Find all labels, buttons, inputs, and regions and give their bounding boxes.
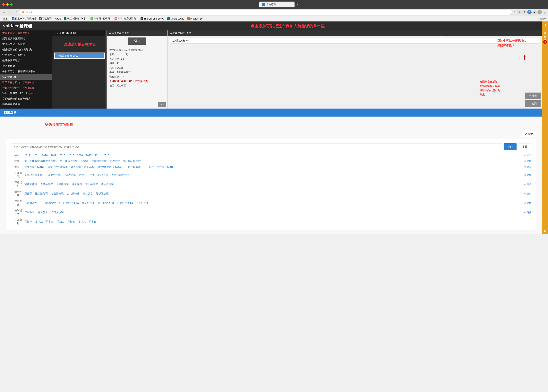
new-tab-btn[interactable]: + — [295, 1, 300, 7]
day-1[interactable]: 星期一 — [24, 220, 32, 224]
day-3[interactable]: 星期三 — [46, 220, 54, 224]
year-2018[interactable]: 2018 — [60, 154, 65, 157]
sidebar-item-selected[interactable]: 已选 — [542, 35, 548, 39]
mode-2[interactable]: 普通教学 — [38, 211, 48, 214]
add-button[interactable]: 添加 — [128, 37, 146, 45]
type-2[interactable]: 大类必修课 — [40, 182, 53, 186]
mid-scrollbar[interactable] — [106, 30, 107, 109]
type-6[interactable]: 通识任选课 — [101, 182, 114, 186]
cat-7[interactable]: 人文科学类 — [136, 201, 149, 205]
browser-ext-3[interactable]: P — [527, 10, 532, 14]
day-7[interactable]: 星期日 — [89, 220, 97, 224]
day-6[interactable]: 星期六 — [78, 220, 86, 224]
course-item-6[interactable]: 生活中的毒理学 — [0, 58, 52, 63]
course-item-10[interactable]: 医学影像学概论（学银在线） — [0, 80, 52, 85]
reader-mode[interactable]: 阅读清单 — [537, 17, 546, 20]
bookmark-baidu[interactable]: 百 百度一下，你就知道 — [12, 17, 36, 20]
course-item-14[interactable]: 婚姻与家庭法学 — [0, 102, 52, 107]
year-2021[interactable]: 2021 — [33, 154, 39, 157]
school-4[interactable]: 团委 — [90, 173, 95, 177]
course-item-3[interactable]: 中医药文化（智慧树） — [0, 41, 52, 47]
year-more-btn[interactable]: ⊕ 更多 — [524, 154, 531, 157]
sidebar-item-info[interactable]: 信息 — [542, 32, 548, 35]
course-item-2[interactable]: 肥胖病的中医药调治 — [0, 36, 52, 41]
traffic-close[interactable] — [2, 3, 5, 6]
nature-1[interactable]: 必修课 — [24, 192, 32, 196]
day-4[interactable]: 星期四 — [57, 220, 64, 224]
school-2[interactable]: 公共卫生学院 — [45, 173, 61, 177]
queue-item-1[interactable]: 认识骨质疏松-0001 — [170, 38, 540, 43]
major-5[interactable]: 中医学(0312) — [126, 165, 141, 169]
cat-6[interactable]: 社会科学类TX — [117, 201, 133, 205]
type-3[interactable]: 大类限选课 — [56, 182, 69, 186]
school-6[interactable]: 人文与管理学院 — [111, 173, 129, 177]
browser-tab[interactable]: 自主选课 × — [259, 1, 295, 7]
query-btn[interactable]: 查询 — [504, 143, 517, 150]
course-item-5[interactable]: 经络养生与芳香疗法 — [0, 52, 52, 58]
cat-1[interactable]: 艺术鉴赏类TR — [24, 201, 40, 205]
browser-ext-1[interactable]: ⚙ — [517, 10, 521, 14]
browser-ext-4[interactable]: ★ — [532, 10, 537, 14]
reset-btn[interactable]: 重置 — [518, 143, 531, 150]
mode-1[interactable]: 双语教学 — [24, 211, 35, 214]
url-field[interactable]: 🔒 不安全 — [19, 10, 512, 15]
nature-6[interactable]: 通识限选课 — [96, 192, 109, 196]
cat-more-btn[interactable]: ⊕ 更多 — [524, 202, 531, 205]
nature-2[interactable]: 限定选修课 — [35, 192, 48, 196]
course-item-11[interactable]: 妙趣横生统计学（学银在线） — [0, 85, 52, 91]
snipe-btn[interactable]: 捡漏 — [525, 100, 541, 107]
bookmark-niuke[interactable]: 牛客网 - 互联网... — [90, 17, 112, 20]
browser-profile[interactable] — [537, 10, 542, 14]
year-2015[interactable]: 2015 — [86, 154, 92, 157]
course-item-12[interactable]: 轻松玩转PPT、PS、Photo — [0, 91, 52, 96]
major-more-btn[interactable]: ⊕ 更多 — [524, 165, 531, 168]
major-3[interactable]: 针灸推拿学(滨)(0222) — [71, 165, 95, 169]
college-1[interactable]: 第三临床医学院(康复医学院) — [24, 159, 57, 163]
mode-more-btn[interactable]: ⊕ 更多 — [524, 211, 531, 214]
mode-3[interactable]: 全英文授课 — [51, 211, 64, 214]
forward-btn[interactable]: → — [8, 10, 13, 14]
search-input[interactable] — [11, 143, 502, 150]
sidebar-item-course[interactable]: 选课 — [542, 28, 548, 32]
year-2016[interactable]: 2016 — [77, 154, 83, 157]
course-item-9[interactable]: 认识骨质疏松 — [0, 74, 52, 80]
college-2[interactable]: 第一临床医学院 — [60, 159, 78, 163]
course-item-1[interactable]: 中药变形记（学银在线） — [0, 30, 52, 36]
major-6[interactable]: 中医学（七年制）(0315) — [147, 165, 174, 169]
traffic-maximize[interactable] — [10, 3, 13, 6]
cat-3[interactable]: 自然科学类TX — [63, 201, 79, 205]
browser-ext-2[interactable]: R — [522, 10, 526, 14]
bookmark-star[interactable]: ☆ — [513, 10, 516, 14]
bookmark-vj[interactable]: Virtual Judge — [167, 17, 184, 20]
college-4[interactable]: 生命科学学院 — [92, 159, 107, 163]
cat-2[interactable]: 自然科学类TR — [43, 201, 60, 205]
type-5[interactable]: 通识必修课 — [85, 182, 98, 186]
reload-btn[interactable]: ↺ — [14, 10, 18, 14]
year-2013[interactable]: 2013 — [103, 154, 109, 157]
type-4[interactable]: 课外实践 — [72, 182, 82, 186]
day-5[interactable]: 星期五 — [67, 220, 75, 224]
course-item-7[interactable]: 孕产期保健 — [0, 63, 52, 69]
bookmarks-more[interactable]: » — [206, 17, 207, 20]
back-btn[interactable]: ← — [2, 10, 7, 14]
sidebar-arrow-down[interactable]: ▶ — [542, 228, 548, 234]
class-item-1[interactable]: 认识骨质疏松-0001 — [55, 53, 104, 58]
bookmark-zju[interactable]: 浙江中医药大学学... — [64, 17, 88, 20]
bookmark-pta[interactable]: P PTA | 程序设计类... — [115, 17, 138, 20]
major-4[interactable]: 康复治疗学(滨)(0223) — [98, 165, 122, 169]
bookmark-apps[interactable]: 应用 — [2, 17, 9, 21]
course-item-4[interactable]: 创业创新执行力(尔雅通识) — [0, 47, 52, 52]
bookmark-oeis[interactable]: O The On-Line Ency... — [141, 17, 165, 20]
nature-5[interactable]: 第二课堂 — [83, 192, 93, 196]
fee-btn[interactable]: ⚙ 缴费 — [522, 131, 536, 137]
add-arrow-btn[interactable]: >> — [158, 102, 166, 107]
traffic-minimize[interactable] — [6, 3, 9, 6]
cat-5[interactable]: 社会科学类TR — [98, 201, 114, 205]
sidebar-arrow-up[interactable]: ◀ — [542, 21, 548, 28]
major-1[interactable]: 针灸推拿学(0212) — [24, 165, 44, 169]
type-1[interactable]: 辅修必修课 — [24, 182, 37, 186]
year-2014[interactable]: 2014 — [94, 154, 100, 157]
tab-close-icon[interactable]: × — [290, 3, 292, 6]
year-2017[interactable]: 2017 — [68, 154, 74, 157]
cat-4[interactable]: 社会科学类 — [82, 201, 94, 205]
